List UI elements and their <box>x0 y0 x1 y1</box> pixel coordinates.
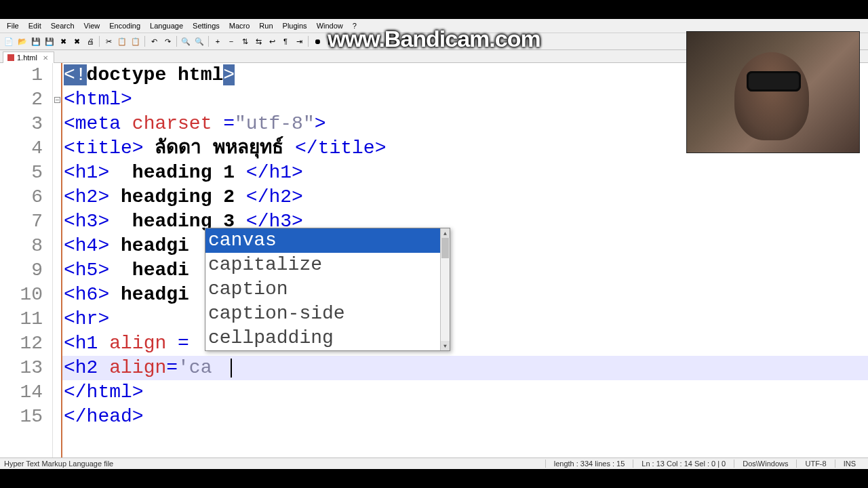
code-line[interactable]: <hr> <box>62 307 868 331</box>
close-icon[interactable]: ✖ <box>57 35 69 47</box>
print-icon[interactable]: 🖨 <box>84 35 96 47</box>
line-number: 12 <box>0 331 43 356</box>
save-all-icon[interactable]: 💾 <box>43 35 56 47</box>
menu-edit[interactable]: Edit <box>24 20 45 31</box>
code-line[interactable]: <h5> headi <box>62 258 868 283</box>
line-number: 4 <box>0 136 43 161</box>
paste-icon[interactable]: 📋 <box>130 35 142 47</box>
autocomplete-item[interactable]: canvas <box>205 228 450 253</box>
autocomplete-popup[interactable]: canvascapitalizecaptioncaption-sidecellp… <box>205 228 450 351</box>
code-line[interactable]: <h1 align = <box>62 331 868 356</box>
status-length: length : 334 lines : 15 <box>545 460 633 468</box>
toolbar-separator <box>144 36 145 47</box>
status-eol: Dos\Windows <box>734 460 796 468</box>
status-language: Hyper Text Markup Language file <box>4 460 545 468</box>
sync-h-icon[interactable]: ⇆ <box>252 35 264 47</box>
line-number: 5 <box>0 161 43 185</box>
menu-macro[interactable]: Macro <box>225 20 254 31</box>
autocomplete-item[interactable]: caption <box>205 277 450 302</box>
toolbar-separator <box>99 36 100 47</box>
autocomplete-item[interactable]: cellpadding <box>205 326 450 350</box>
menu-search[interactable]: Search <box>47 20 79 31</box>
zoom-in-icon[interactable]: + <box>212 35 224 47</box>
menu-window[interactable]: Window <box>313 20 347 31</box>
redo-icon[interactable]: ↷ <box>161 35 174 47</box>
find-icon[interactable]: 🔍 <box>180 35 192 47</box>
code-line[interactable]: <h6> headgi <box>62 283 868 307</box>
menu-settings[interactable]: Settings <box>189 20 224 31</box>
code-line[interactable]: </head> <box>62 405 868 429</box>
close-all-icon[interactable]: ✖ <box>71 35 83 47</box>
menu-encoding[interactable]: Encoding <box>105 20 144 31</box>
line-number-gutter: 123456789101112131415 <box>0 63 53 458</box>
code-line[interactable]: </html> <box>62 380 868 405</box>
replace-icon[interactable]: 🔍 <box>193 35 205 47</box>
line-number: 3 <box>0 112 43 136</box>
code-line[interactable]: <h1> heading 1 </h1> <box>62 161 868 185</box>
tab-label: 1.html <box>17 54 37 62</box>
copy-icon[interactable]: 📋 <box>116 35 128 47</box>
menu-plugins[interactable]: Plugins <box>279 20 311 31</box>
menu-language[interactable]: Language <box>146 20 187 31</box>
line-number: 8 <box>0 234 43 258</box>
scroll-down-icon[interactable]: ▼ <box>441 341 450 350</box>
webcam-overlay <box>686 31 860 153</box>
status-insert-mode: INS <box>835 460 864 468</box>
wrap-icon[interactable]: ↩ <box>266 35 278 47</box>
toolbar-separator <box>308 36 309 47</box>
line-number: 6 <box>0 185 43 209</box>
zoom-out-icon[interactable]: − <box>225 35 237 47</box>
line-number: 15 <box>0 405 43 429</box>
toolbar-separator <box>176 36 177 47</box>
play-icon[interactable]: ▶ <box>325 35 337 47</box>
menu-run[interactable]: Run <box>255 20 277 31</box>
line-number: 13 <box>0 356 43 380</box>
line-number: 14 <box>0 380 43 405</box>
scroll-thumb[interactable] <box>441 238 449 258</box>
undo-icon[interactable]: ↶ <box>148 35 160 47</box>
sync-v-icon[interactable]: ⇅ <box>239 35 251 47</box>
open-file-icon[interactable]: 📂 <box>16 35 28 47</box>
file-tab[interactable]: 1.html ✕ <box>3 52 54 63</box>
save-icon[interactable]: 💾 <box>30 35 42 47</box>
new-file-icon[interactable]: 📄 <box>3 35 15 47</box>
autocomplete-item[interactable]: caption-side <box>205 302 450 326</box>
line-number: 7 <box>0 209 43 234</box>
status-position: Ln : 13 Col : 14 Sel : 0 | 0 <box>633 460 734 468</box>
file-type-icon <box>7 54 14 61</box>
line-number: 9 <box>0 258 43 283</box>
line-number: 10 <box>0 283 43 307</box>
scroll-up-icon[interactable]: ▲ <box>441 228 450 238</box>
record-icon[interactable]: ⏺ <box>311 35 323 47</box>
code-line[interactable]: <h2 align='ca <box>62 356 868 380</box>
line-number: 1 <box>0 63 43 87</box>
menu-file[interactable]: File <box>3 20 23 31</box>
cut-icon[interactable]: ✂ <box>102 35 115 47</box>
menu-view[interactable]: View <box>80 20 104 31</box>
line-number: 11 <box>0 307 43 331</box>
line-number: 2 <box>0 87 43 112</box>
toolbar-separator <box>208 36 209 47</box>
indent-icon[interactable]: ⇥ <box>293 35 305 47</box>
status-encoding: UTF-8 <box>796 460 834 468</box>
code-line[interactable]: <h3> heading 3 </h3> <box>62 209 868 234</box>
code-line[interactable]: <h4> headgi <box>62 234 868 258</box>
menu-help[interactable]: ? <box>349 20 361 31</box>
chars-icon[interactable]: ¶ <box>279 35 292 47</box>
code-line[interactable]: <h2> headging 2 </h2> <box>62 185 868 209</box>
status-bar: Hyper Text Markup Language file length :… <box>0 458 868 469</box>
autocomplete-scrollbar[interactable]: ▲ ▼ <box>440 228 450 350</box>
tab-close-icon[interactable]: ✕ <box>43 54 48 62</box>
autocomplete-item[interactable]: capitalize <box>205 253 450 277</box>
